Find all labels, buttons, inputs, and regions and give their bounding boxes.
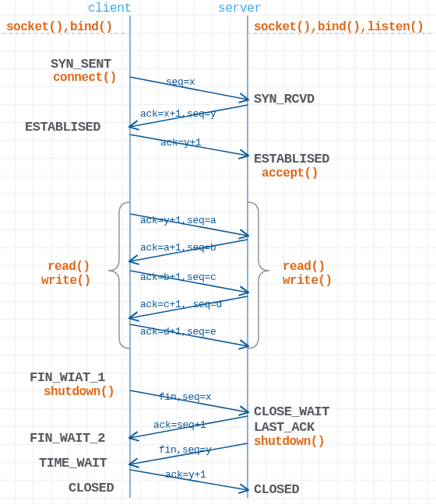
msg-seq-x: seq=x bbox=[166, 76, 195, 88]
msg-d3: ack=b+1,seq=c bbox=[140, 271, 216, 283]
state-syn-rcvd: SYN_RCVD bbox=[254, 92, 315, 107]
server-setup-calls: socket(),bind(),listen() bbox=[254, 20, 424, 34]
state-close-wait: CLOSE_WAIT bbox=[254, 404, 329, 419]
server-header: server bbox=[218, 2, 262, 16]
state-time-wait: TIME_WAIT bbox=[39, 456, 107, 471]
call-accept: accept() bbox=[262, 166, 318, 180]
msg-f3: fin,seq=y bbox=[159, 444, 212, 456]
call-client-write: write() bbox=[41, 274, 91, 288]
msg-ack-x1: ack=x+1,seq=y bbox=[140, 108, 216, 120]
client-setup-calls: socket(),bind() bbox=[6, 20, 113, 34]
call-client-shut: shutdown() bbox=[44, 385, 114, 399]
state-server-est: ESTABLISED bbox=[254, 152, 329, 166]
msg-d4: ack=c+1, seq=d bbox=[140, 299, 222, 310]
client-header: client bbox=[88, 2, 132, 16]
state-client-est: ESTABLISED bbox=[25, 120, 100, 135]
msg-f4: ack=y+1 bbox=[165, 469, 206, 481]
msg-ack-y1: ack=y+1 bbox=[160, 137, 202, 149]
msg-f1: fin,seq=x bbox=[159, 391, 212, 403]
msg-f2: ack=seq+1 bbox=[153, 419, 206, 431]
state-syn-sent: SYN_SENT bbox=[51, 57, 111, 72]
call-server-read: read() bbox=[283, 260, 325, 274]
state-server-closed: CLOSED bbox=[254, 482, 299, 497]
call-server-shut: shutdown() bbox=[254, 435, 325, 449]
msg-d1: ack=y+1,seq=a bbox=[140, 215, 216, 226]
call-connect: connect() bbox=[53, 71, 117, 85]
msg-d2: ack=a+1,seq=b bbox=[140, 242, 216, 254]
tcp-sequence-diagram: client server socket(),bind() socket(),b… bbox=[0, 0, 436, 504]
call-client-read: read() bbox=[47, 260, 90, 274]
state-client-closed: CLOSED bbox=[69, 481, 114, 495]
msg-d5: ack=d+1,seq=e bbox=[140, 326, 216, 338]
state-fin-wait-2: FIN_WAIT_2 bbox=[30, 431, 105, 446]
state-fin-wait-1: FIN_WIAT_1 bbox=[30, 370, 105, 385]
state-last-ack: LAST_ACK bbox=[254, 420, 315, 435]
call-server-write: write() bbox=[283, 274, 332, 288]
